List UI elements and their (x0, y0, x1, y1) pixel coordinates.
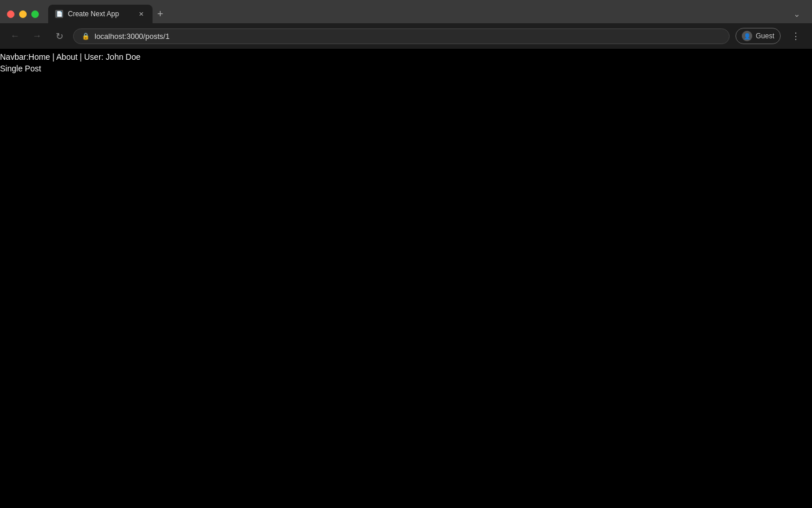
url-text: localhost:3000/posts/1 (95, 32, 721, 41)
page-content: Navbar:Home | About | User: John Doe Sin… (0, 49, 812, 77)
window-close-button[interactable] (7, 10, 14, 18)
profile-icon: 👤 (742, 31, 752, 41)
address-bar: ← → ↻ 🔒 localhost:3000/posts/1 👤 Guest ⋮ (0, 23, 812, 49)
window-controls (7, 10, 39, 18)
tab-favicon-icon: 📄 (55, 10, 63, 18)
profile-label: Guest (756, 32, 774, 40)
new-tab-button[interactable]: + (153, 6, 168, 21)
refresh-button[interactable]: ↻ (51, 28, 67, 44)
browser-menu-button[interactable]: ⋮ (786, 28, 805, 44)
tab-dropdown-button[interactable]: ⌄ (789, 7, 805, 21)
title-bar: 📄 Create Next App ✕ + ⌄ (0, 0, 812, 23)
window-maximize-button[interactable] (31, 10, 39, 18)
page-title: Single Post (0, 63, 812, 74)
tab-title: Create Next App (68, 10, 132, 18)
lock-icon: 🔒 (82, 33, 90, 40)
back-button[interactable]: ← (7, 28, 23, 44)
tab-bar: 📄 Create Next App ✕ + (48, 5, 789, 23)
window-minimize-button[interactable] (19, 10, 27, 18)
navbar: Navbar:Home | About | User: John Doe (0, 51, 812, 63)
url-bar[interactable]: 🔒 localhost:3000/posts/1 (73, 28, 730, 44)
tab-close-button[interactable]: ✕ (136, 9, 146, 19)
forward-button[interactable]: → (29, 28, 45, 44)
active-tab[interactable]: 📄 Create Next App ✕ (48, 5, 153, 23)
profile-button[interactable]: 👤 Guest (735, 28, 781, 44)
browser-chrome: 📄 Create Next App ✕ + ⌄ ← → ↻ 🔒 localhos… (0, 0, 812, 49)
